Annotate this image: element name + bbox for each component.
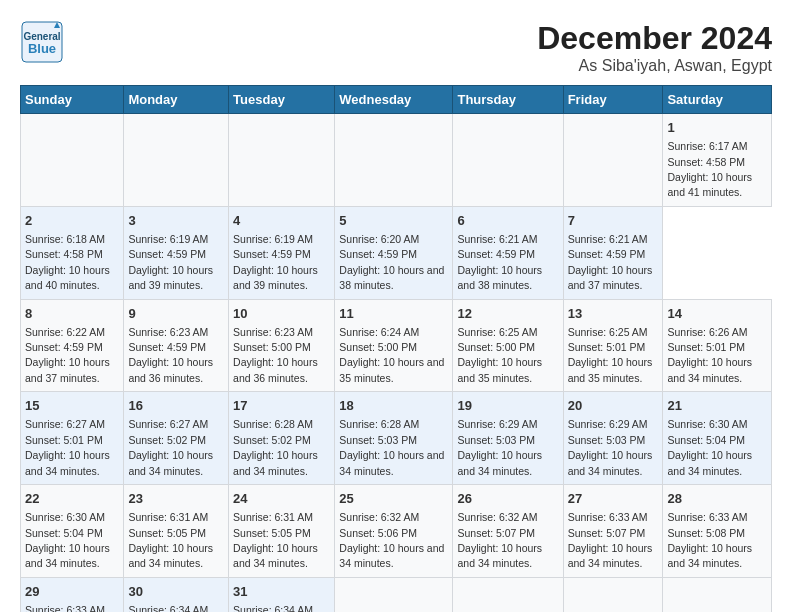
- day-info: Sunrise: 6:21 AMSunset: 4:59 PMDaylight:…: [568, 233, 653, 291]
- calendar-cell: 14Sunrise: 6:26 AMSunset: 5:01 PMDayligh…: [663, 299, 772, 392]
- calendar-cell: 17Sunrise: 6:28 AMSunset: 5:02 PMDayligh…: [229, 392, 335, 485]
- day-info: Sunrise: 6:23 AMSunset: 5:00 PMDaylight:…: [233, 326, 318, 384]
- day-number: 23: [128, 490, 224, 508]
- day-number: 29: [25, 583, 119, 601]
- day-info: Sunrise: 6:28 AMSunset: 5:02 PMDaylight:…: [233, 418, 318, 476]
- day-info: Sunrise: 6:24 AMSunset: 5:00 PMDaylight:…: [339, 326, 444, 384]
- col-monday: Monday: [124, 86, 229, 114]
- day-number: 2: [25, 212, 119, 230]
- logo-icon: General Blue: [20, 20, 64, 64]
- calendar-cell: 5Sunrise: 6:20 AMSunset: 4:59 PMDaylight…: [335, 206, 453, 299]
- day-number: 19: [457, 397, 558, 415]
- calendar-cell: 21Sunrise: 6:30 AMSunset: 5:04 PMDayligh…: [663, 392, 772, 485]
- day-number: 20: [568, 397, 659, 415]
- calendar-cell: 30Sunrise: 6:34 AMSunset: 5:09 PMDayligh…: [124, 577, 229, 612]
- col-friday: Friday: [563, 86, 663, 114]
- calendar-cell: [453, 577, 563, 612]
- calendar-cell: [229, 114, 335, 207]
- day-number: 11: [339, 305, 448, 323]
- calendar-cell: 27Sunrise: 6:33 AMSunset: 5:07 PMDayligh…: [563, 485, 663, 578]
- calendar-cell: [335, 577, 453, 612]
- calendar-cell: 19Sunrise: 6:29 AMSunset: 5:03 PMDayligh…: [453, 392, 563, 485]
- col-thursday: Thursday: [453, 86, 563, 114]
- day-number: 5: [339, 212, 448, 230]
- day-info: Sunrise: 6:18 AMSunset: 4:58 PMDaylight:…: [25, 233, 110, 291]
- calendar-week-row: 15Sunrise: 6:27 AMSunset: 5:01 PMDayligh…: [21, 392, 772, 485]
- day-number: 24: [233, 490, 330, 508]
- calendar-cell: [563, 114, 663, 207]
- page-subtitle: As Siba'iyah, Aswan, Egypt: [537, 57, 772, 75]
- day-info: Sunrise: 6:32 AMSunset: 5:06 PMDaylight:…: [339, 511, 444, 569]
- calendar-cell: 23Sunrise: 6:31 AMSunset: 5:05 PMDayligh…: [124, 485, 229, 578]
- day-info: Sunrise: 6:28 AMSunset: 5:03 PMDaylight:…: [339, 418, 444, 476]
- calendar-cell: 9Sunrise: 6:23 AMSunset: 4:59 PMDaylight…: [124, 299, 229, 392]
- calendar-cell: 24Sunrise: 6:31 AMSunset: 5:05 PMDayligh…: [229, 485, 335, 578]
- day-info: Sunrise: 6:19 AMSunset: 4:59 PMDaylight:…: [128, 233, 213, 291]
- calendar-cell: 25Sunrise: 6:32 AMSunset: 5:06 PMDayligh…: [335, 485, 453, 578]
- calendar-cell: 29Sunrise: 6:33 AMSunset: 5:08 PMDayligh…: [21, 577, 124, 612]
- day-info: Sunrise: 6:26 AMSunset: 5:01 PMDaylight:…: [667, 326, 752, 384]
- title-block: December 2024 As Siba'iyah, Aswan, Egypt: [537, 20, 772, 75]
- day-number: 8: [25, 305, 119, 323]
- day-info: Sunrise: 6:31 AMSunset: 5:05 PMDaylight:…: [233, 511, 318, 569]
- day-info: Sunrise: 6:23 AMSunset: 4:59 PMDaylight:…: [128, 326, 213, 384]
- day-info: Sunrise: 6:29 AMSunset: 5:03 PMDaylight:…: [457, 418, 542, 476]
- calendar-week-row: 8Sunrise: 6:22 AMSunset: 4:59 PMDaylight…: [21, 299, 772, 392]
- calendar-cell: [335, 114, 453, 207]
- calendar-table: Sunday Monday Tuesday Wednesday Thursday…: [20, 85, 772, 612]
- svg-text:Blue: Blue: [28, 41, 56, 56]
- day-number: 1: [667, 119, 767, 137]
- calendar-cell: 10Sunrise: 6:23 AMSunset: 5:00 PMDayligh…: [229, 299, 335, 392]
- calendar-cell: [453, 114, 563, 207]
- calendar-cell: 13Sunrise: 6:25 AMSunset: 5:01 PMDayligh…: [563, 299, 663, 392]
- calendar-cell: 31Sunrise: 6:34 AMSunset: 5:10 PMDayligh…: [229, 577, 335, 612]
- day-number: 26: [457, 490, 558, 508]
- calendar-cell: 12Sunrise: 6:25 AMSunset: 5:00 PMDayligh…: [453, 299, 563, 392]
- calendar-cell: 6Sunrise: 6:21 AMSunset: 4:59 PMDaylight…: [453, 206, 563, 299]
- day-number: 21: [667, 397, 767, 415]
- page-title: December 2024: [537, 20, 772, 57]
- day-number: 18: [339, 397, 448, 415]
- logo: General Blue: [20, 20, 64, 64]
- calendar-week-row: 29Sunrise: 6:33 AMSunset: 5:08 PMDayligh…: [21, 577, 772, 612]
- day-number: 30: [128, 583, 224, 601]
- day-number: 6: [457, 212, 558, 230]
- calendar-cell: 1Sunrise: 6:17 AMSunset: 4:58 PMDaylight…: [663, 114, 772, 207]
- calendar-cell: [124, 114, 229, 207]
- day-info: Sunrise: 6:25 AMSunset: 5:01 PMDaylight:…: [568, 326, 653, 384]
- col-saturday: Saturday: [663, 86, 772, 114]
- day-number: 25: [339, 490, 448, 508]
- day-number: 4: [233, 212, 330, 230]
- day-info: Sunrise: 6:32 AMSunset: 5:07 PMDaylight:…: [457, 511, 542, 569]
- calendar-cell: [21, 114, 124, 207]
- day-number: 7: [568, 212, 659, 230]
- day-info: Sunrise: 6:30 AMSunset: 5:04 PMDaylight:…: [25, 511, 110, 569]
- day-number: 14: [667, 305, 767, 323]
- day-number: 16: [128, 397, 224, 415]
- day-info: Sunrise: 6:27 AMSunset: 5:01 PMDaylight:…: [25, 418, 110, 476]
- day-number: 15: [25, 397, 119, 415]
- calendar-header-row: Sunday Monday Tuesday Wednesday Thursday…: [21, 86, 772, 114]
- day-info: Sunrise: 6:21 AMSunset: 4:59 PMDaylight:…: [457, 233, 542, 291]
- calendar-week-row: 2Sunrise: 6:18 AMSunset: 4:58 PMDaylight…: [21, 206, 772, 299]
- calendar-cell: 4Sunrise: 6:19 AMSunset: 4:59 PMDaylight…: [229, 206, 335, 299]
- day-info: Sunrise: 6:34 AMSunset: 5:10 PMDaylight:…: [233, 604, 318, 612]
- calendar-cell: 16Sunrise: 6:27 AMSunset: 5:02 PMDayligh…: [124, 392, 229, 485]
- page-header: General Blue December 2024 As Siba'iyah,…: [20, 20, 772, 75]
- calendar-cell: 15Sunrise: 6:27 AMSunset: 5:01 PMDayligh…: [21, 392, 124, 485]
- calendar-cell: 8Sunrise: 6:22 AMSunset: 4:59 PMDaylight…: [21, 299, 124, 392]
- calendar-cell: 18Sunrise: 6:28 AMSunset: 5:03 PMDayligh…: [335, 392, 453, 485]
- col-tuesday: Tuesday: [229, 86, 335, 114]
- day-info: Sunrise: 6:31 AMSunset: 5:05 PMDaylight:…: [128, 511, 213, 569]
- calendar-cell: 11Sunrise: 6:24 AMSunset: 5:00 PMDayligh…: [335, 299, 453, 392]
- calendar-cell: 22Sunrise: 6:30 AMSunset: 5:04 PMDayligh…: [21, 485, 124, 578]
- day-number: 13: [568, 305, 659, 323]
- day-info: Sunrise: 6:19 AMSunset: 4:59 PMDaylight:…: [233, 233, 318, 291]
- calendar-cell: 3Sunrise: 6:19 AMSunset: 4:59 PMDaylight…: [124, 206, 229, 299]
- calendar-cell: 7Sunrise: 6:21 AMSunset: 4:59 PMDaylight…: [563, 206, 663, 299]
- day-info: Sunrise: 6:22 AMSunset: 4:59 PMDaylight:…: [25, 326, 110, 384]
- day-number: 27: [568, 490, 659, 508]
- calendar-cell: 20Sunrise: 6:29 AMSunset: 5:03 PMDayligh…: [563, 392, 663, 485]
- calendar-week-row: 1Sunrise: 6:17 AMSunset: 4:58 PMDaylight…: [21, 114, 772, 207]
- day-number: 22: [25, 490, 119, 508]
